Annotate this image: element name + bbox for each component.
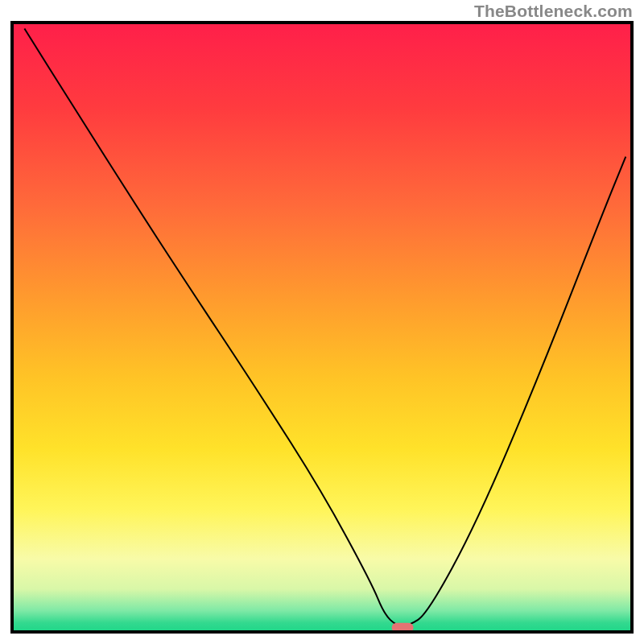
bottleneck-chart <box>0 0 644 644</box>
chart-container: TheBottleneck.com <box>0 0 644 644</box>
plot-background <box>12 23 632 632</box>
watermark-text: TheBottleneck.com <box>474 2 633 21</box>
